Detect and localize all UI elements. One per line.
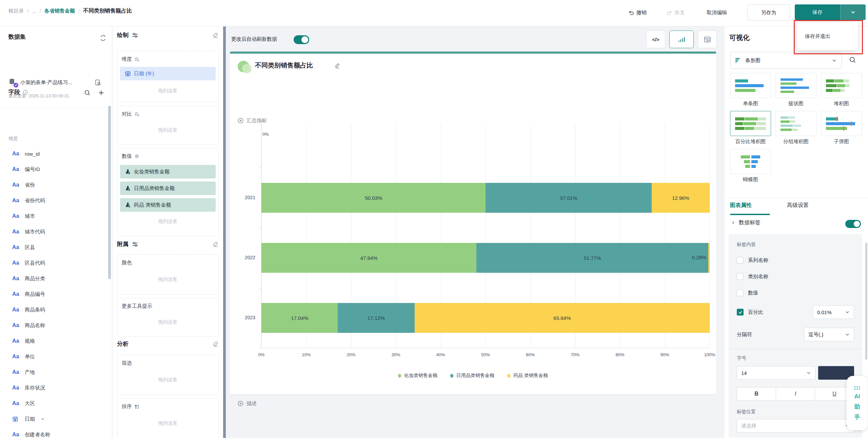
tab-advanced-settings[interactable]: 高级设置 bbox=[787, 202, 809, 209]
chart-type-card-clustered[interactable] bbox=[775, 73, 816, 98]
table-view-button[interactable] bbox=[698, 31, 717, 48]
field-item[interactable]: Aa大区 bbox=[0, 396, 108, 411]
chart-type-card-butterfly[interactable] bbox=[730, 149, 771, 174]
gear-icon[interactable] bbox=[134, 154, 139, 159]
legend-item[interactable]: 化妆类销售金额 bbox=[398, 373, 437, 379]
measure-chip[interactable]: 日用品类销售金额 bbox=[120, 182, 216, 195]
flask-gear-icon bbox=[125, 169, 131, 175]
field-item[interactable]: Aa省份 bbox=[0, 177, 108, 193]
panel-resize-handle[interactable] bbox=[223, 26, 226, 438]
field-item[interactable]: Aa库存状况 bbox=[0, 380, 108, 396]
field-item[interactable]: Aa规格 bbox=[0, 333, 108, 349]
data-label-section-toggle-row[interactable]: 数据标签 bbox=[731, 219, 761, 226]
breadcrumb-root[interactable]: 根目录 bbox=[8, 8, 24, 14]
measure-chip[interactable]: 化妆类销售金额 bbox=[120, 165, 216, 178]
save-dropdown-toggle[interactable] bbox=[840, 4, 866, 20]
fields-scrollbar[interactable] bbox=[108, 106, 111, 279]
chevron-down-icon[interactable] bbox=[41, 417, 45, 421]
chart-type-option: 百分比堆积图 bbox=[730, 111, 771, 146]
text-field-icon: Aa bbox=[12, 197, 20, 204]
code-view-button[interactable]: </> bbox=[646, 31, 665, 48]
bar-segment[interactable]: 17.04% bbox=[261, 303, 338, 333]
dataset-item[interactable]: 小策的表单-产品练习... bbox=[8, 76, 107, 89]
bar-segment[interactable]: 37.01% bbox=[486, 183, 651, 213]
measure-chip[interactable]: 药品 类销售金额 bbox=[120, 198, 216, 212]
tab-chart-properties[interactable]: 图表属性 bbox=[730, 202, 752, 209]
dimension-chip[interactable]: 日期 (年) bbox=[120, 67, 216, 80]
separator-dropdown[interactable]: 逗号(,) bbox=[804, 328, 854, 341]
field-item[interactable]: 日期 bbox=[0, 411, 108, 427]
field-item[interactable]: Aa商品名称 bbox=[0, 318, 108, 333]
bar-type-icon bbox=[735, 57, 741, 63]
preview-data-icon[interactable] bbox=[95, 79, 101, 86]
chart-view-button[interactable] bbox=[669, 31, 694, 48]
edit-title-icon[interactable] bbox=[334, 62, 340, 69]
breadcrumb-ellipsis[interactable]: ... bbox=[32, 8, 36, 14]
ai-assistant-button[interactable]: AI 助 手 bbox=[847, 376, 868, 430]
bar-segment[interactable]: 51.77% bbox=[476, 243, 708, 273]
switch-dataset-icon[interactable] bbox=[100, 35, 106, 41]
field-item[interactable]: Aa单位 bbox=[0, 349, 108, 364]
text-field-icon: Aa bbox=[12, 291, 20, 297]
legend-item[interactable]: 药品 类销售金额 bbox=[507, 373, 548, 379]
label-position-dropdown[interactable]: 请选择 bbox=[737, 419, 854, 433]
field-item[interactable]: Aa区县代码 bbox=[0, 255, 108, 271]
analysis-section-title: 分析 bbox=[117, 340, 219, 348]
field-item[interactable]: Aa省份代码 bbox=[0, 193, 108, 208]
chart-type-grid: 单条图簇状图堆积图百分比堆积图分组堆积图子弹图蝴蝶图 bbox=[730, 73, 863, 184]
summary-metric-button[interactable]: 汇总指标 bbox=[237, 117, 267, 124]
font-size-dropdown[interactable]: 14 bbox=[737, 366, 815, 380]
field-item[interactable]: Aa商品分类 bbox=[0, 271, 108, 286]
eraser-icon[interactable] bbox=[212, 241, 219, 247]
bold-button[interactable]: B bbox=[737, 387, 776, 400]
field-item[interactable]: Aa创建者名称 bbox=[0, 427, 108, 438]
bar-segment[interactable]: 17.12% bbox=[338, 303, 414, 333]
field-item[interactable]: Aa区县 bbox=[0, 240, 108, 255]
field-item[interactable]: Aa城市 bbox=[0, 208, 108, 224]
eraser-icon[interactable] bbox=[212, 32, 219, 38]
label-option-row: 系列名称 bbox=[737, 256, 854, 264]
chart-type-card-bullet[interactable] bbox=[821, 111, 862, 136]
redo-button[interactable]: 恢复 bbox=[667, 7, 685, 18]
shelf-value-label: 数值 bbox=[122, 153, 139, 159]
auto-refresh-toggle[interactable] bbox=[294, 35, 309, 44]
search-chart-type-icon[interactable] bbox=[849, 56, 856, 63]
add-field-icon[interactable] bbox=[98, 90, 104, 96]
chart-type-card-percent[interactable] bbox=[730, 111, 771, 136]
save-button[interactable]: 保存 bbox=[795, 4, 840, 20]
bar-segment[interactable]: 50.03% bbox=[261, 183, 486, 213]
field-item[interactable]: Aa产地 bbox=[0, 364, 108, 380]
chart-type-card-single[interactable] bbox=[730, 73, 771, 98]
checkbox-unchecked[interactable] bbox=[737, 273, 744, 280]
checkbox-unchecked[interactable] bbox=[737, 257, 744, 264]
cancel-edit-button[interactable]: 取消编辑 bbox=[707, 7, 727, 18]
save-as-button[interactable]: 另存为 bbox=[747, 4, 790, 21]
breadcrumb-parent[interactable]: 各省销售金额 bbox=[44, 8, 75, 14]
bar-segment[interactable]: 12.96% bbox=[652, 183, 710, 213]
italic-button[interactable]: I bbox=[776, 387, 815, 400]
app-root: 根目录 / ... / 各省销售金额 / 不同类别销售额占比 撤销 恢复 取消编… bbox=[0, 0, 868, 438]
search-fields-icon[interactable] bbox=[84, 90, 91, 96]
data-label-toggle[interactable] bbox=[845, 220, 861, 228]
description-button[interactable]: 描述 bbox=[237, 400, 257, 407]
chart-type-card-stacked[interactable] bbox=[821, 73, 862, 98]
field-item[interactable]: Aa编号ID bbox=[0, 161, 108, 177]
checkbox-unchecked[interactable] bbox=[737, 289, 744, 296]
percent-format-dropdown[interactable]: 0.01% bbox=[813, 305, 854, 319]
field-item[interactable]: Aa城市代码 bbox=[0, 224, 108, 240]
undo-button[interactable]: 撤销 bbox=[628, 7, 647, 18]
save-and-exit-menu-item[interactable]: 保存并退出 bbox=[797, 33, 830, 40]
chart-type-selector[interactable]: 条形图 bbox=[730, 52, 842, 69]
bar-segment[interactable]: 65.84% bbox=[415, 303, 710, 333]
bar-segment[interactable]: 47.94% bbox=[261, 243, 476, 273]
checkbox-checked[interactable] bbox=[737, 309, 744, 316]
chart-type-card-grouped[interactable] bbox=[775, 111, 816, 136]
eraser-icon[interactable] bbox=[212, 341, 219, 347]
field-item[interactable]: Aarow_id bbox=[0, 146, 108, 161]
field-item[interactable]: Aa商品条码 bbox=[0, 302, 108, 318]
chart-type-label: 堆积图 bbox=[821, 100, 862, 108]
bar-segment[interactable] bbox=[708, 243, 710, 273]
legend-item[interactable]: 日用品类销售金额 bbox=[450, 373, 494, 379]
field-item[interactable]: Aa商品编号 bbox=[0, 286, 108, 302]
viz-panel-scrollbar[interactable] bbox=[865, 243, 867, 360]
